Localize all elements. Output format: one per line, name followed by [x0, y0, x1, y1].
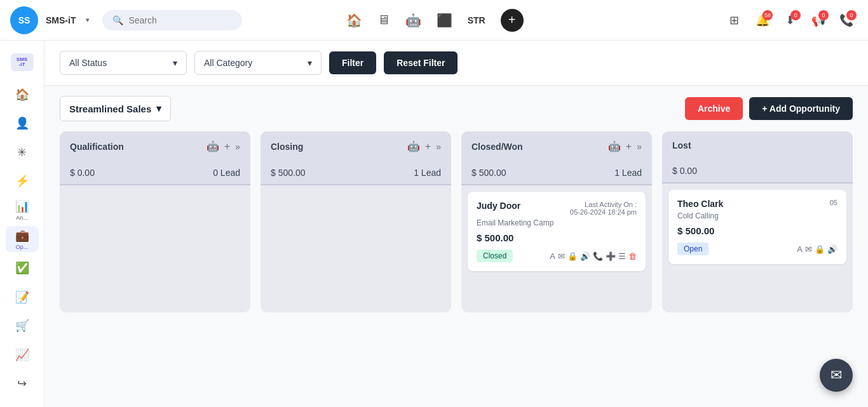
- reset-filter-button[interactable]: Reset Filter: [384, 51, 458, 74]
- search-box[interactable]: 🔍: [102, 10, 242, 30]
- col-header-closed-won: Closed/Won 🤖 + »: [461, 131, 652, 161]
- col-robot-icon-closing[interactable]: 🤖: [407, 140, 420, 152]
- col-expand-icon-qualification[interactable]: »: [235, 142, 240, 152]
- card-last-activity-label-theo: 05: [830, 199, 837, 206]
- contacts-sidebar-icon: 👤: [15, 116, 29, 130]
- col-header-lost: Lost: [662, 131, 853, 159]
- archive-button[interactable]: Archive: [685, 97, 743, 120]
- sidebar-item-logout[interactable]: ↪: [6, 370, 39, 397]
- col-add-icon-qualification[interactable]: +: [224, 141, 230, 152]
- card-action-lock-theo[interactable]: 🔒: [815, 244, 825, 254]
- search-input[interactable]: [128, 15, 224, 25]
- megaphone-icon-btn[interactable]: 📢 0: [807, 9, 830, 32]
- sidebar-item-reports[interactable]: 📈: [6, 342, 39, 368]
- card-action-a-theo[interactable]: A: [797, 244, 803, 254]
- col-title-closing: Closing: [271, 142, 402, 152]
- card-actions-theo: A ✉ 🔒 🔊: [797, 244, 837, 254]
- col-amount-qualification: $ 0.00: [70, 168, 95, 178]
- col-title-qualification: Qualification: [70, 142, 201, 152]
- add-opportunity-button[interactable]: + Add Opportunity: [749, 97, 853, 120]
- card-actions-judy: A ✉ 🔒 🔊 📞 ➕ ☰ 🗑: [550, 251, 637, 261]
- main-content: All Status ▾ All Category ▾ Filter Reset…: [44, 41, 868, 407]
- col-summary-lost: $ 0.00: [662, 159, 853, 183]
- phone-badge: 0: [846, 10, 857, 20]
- category-filter[interactable]: All Category ▾: [194, 51, 322, 75]
- reports-sidebar-icon: 📈: [15, 348, 29, 362]
- card-action-list-judy[interactable]: ☰: [618, 251, 626, 261]
- col-expand-icon-closing[interactable]: »: [436, 142, 441, 152]
- card-action-audio-judy[interactable]: 🔊: [580, 251, 590, 261]
- col-expand-icon-closed-won[interactable]: »: [637, 142, 642, 152]
- megaphone-badge: 0: [818, 10, 829, 20]
- col-robot-icon-closed-won[interactable]: 🤖: [608, 140, 621, 152]
- download-icon-btn[interactable]: ⬇ 0: [779, 9, 802, 32]
- sidebar-item-cart[interactable]: 🛒: [6, 312, 39, 339]
- card-action-audio-theo[interactable]: 🔊: [827, 244, 837, 254]
- category-filter-label: All Category: [204, 58, 252, 68]
- sidebar-item-opportunities[interactable]: 💼 Op...: [6, 226, 39, 253]
- sidebar-item-tasks[interactable]: ✅: [6, 255, 39, 281]
- chat-button[interactable]: ✉: [820, 359, 853, 392]
- card-action-email-judy[interactable]: ✉: [558, 251, 565, 261]
- home-nav-icon[interactable]: 🏠: [346, 13, 362, 28]
- bell-icon-btn[interactable]: 🔔 58: [751, 9, 774, 32]
- home-sidebar-icon: 🏠: [15, 88, 29, 102]
- col-amount-closing: $ 500.00: [271, 168, 306, 178]
- sidebar-item-contacts[interactable]: 👤: [6, 110, 39, 137]
- col-leads-closing: 1 Lead: [414, 168, 441, 178]
- col-header-qualification: Qualification 🤖 + »: [60, 131, 250, 161]
- card-action-phone-judy[interactable]: 📞: [593, 251, 603, 261]
- grid-icon-btn[interactable]: ⊞: [723, 9, 746, 32]
- card-meta-judy: Last Activity On : 05-26-2024 18:24 pm: [570, 201, 637, 216]
- card-subtitle-judy: Email Marketing Camp: [477, 218, 637, 227]
- card-name-judy: Judy Door: [477, 201, 520, 211]
- status-filter[interactable]: All Status ▾: [60, 51, 187, 75]
- col-robot-icon-qualification[interactable]: 🤖: [207, 140, 219, 152]
- robot-nav-icon[interactable]: 🤖: [405, 13, 421, 28]
- grid-icon: ⊞: [729, 13, 739, 27]
- col-header-closing: Closing 🤖 + »: [261, 131, 451, 161]
- card-last-activity-date-judy: 05-26-2024 18:24 pm: [570, 208, 637, 216]
- pipeline-section: Streamlined Sales ▾ Archive + Add Opport…: [44, 86, 868, 333]
- pipeline-title-select[interactable]: Streamlined Sales ▾: [60, 96, 171, 121]
- card-action-email-theo[interactable]: ✉: [805, 244, 812, 254]
- col-amount-closed-won: $ 500.00: [471, 168, 506, 178]
- monitor-nav-icon[interactable]: 🖥: [377, 13, 390, 27]
- card-action-delete-judy[interactable]: 🗑: [628, 251, 637, 261]
- opportunities-sidebar-label: Op...: [16, 244, 29, 250]
- col-add-icon-closed-won[interactable]: +: [626, 141, 632, 152]
- card-subtitle-theo: Cold Calling: [677, 211, 837, 220]
- status-filter-chevron: ▾: [173, 58, 177, 68]
- nav-center-icons: 🏠 🖥 🤖 ⬛ STR +: [346, 9, 524, 32]
- kanban-board: Qualification 🤖 + » $ 0.00 0 Lead Closin…: [60, 131, 853, 323]
- cart-sidebar-icon: 🛒: [15, 319, 29, 333]
- sidebar-item-notes[interactable]: 📝: [6, 284, 39, 310]
- col-body-lost: Theo Clark 05 Cold Calling $ 500.00 Open…: [662, 183, 853, 310]
- status-filter-label: All Status: [69, 58, 107, 68]
- funnel-sidebar-icon: ⚡: [15, 174, 29, 188]
- brand-dropdown-icon[interactable]: ▾: [86, 16, 90, 24]
- analytics-sidebar-label: An...: [16, 215, 28, 221]
- layers-nav-icon[interactable]: ⬛: [437, 13, 452, 28]
- card-judy-door[interactable]: Judy Door Last Activity On : 05-26-2024 …: [468, 192, 646, 271]
- card-action-lock-judy[interactable]: 🔒: [567, 251, 578, 261]
- col-leads-qualification: 0 Lead: [213, 168, 240, 178]
- col-add-icon-closing[interactable]: +: [425, 141, 431, 152]
- sidebar-item-analytics[interactable]: 📊 An...: [6, 197, 39, 224]
- col-body-closing: [261, 185, 451, 312]
- add-nav-button[interactable]: +: [501, 9, 524, 32]
- str-label[interactable]: STR: [468, 15, 485, 25]
- sidebar-item-network[interactable]: ✳: [6, 139, 39, 166]
- col-amount-lost: $ 0.00: [672, 166, 697, 176]
- card-action-plus-judy[interactable]: ➕: [606, 251, 616, 261]
- analytics-sidebar-icon: 📊: [15, 199, 29, 213]
- card-theo-clark[interactable]: Theo Clark 05 Cold Calling $ 500.00 Open…: [668, 190, 846, 264]
- sidebar-item-home[interactable]: 🏠: [6, 81, 39, 108]
- pipeline-header: Streamlined Sales ▾ Archive + Add Opport…: [60, 96, 853, 121]
- filter-button[interactable]: Filter: [329, 51, 376, 74]
- col-leads-closed-won: 1 Lead: [614, 168, 642, 178]
- phone-icon-btn[interactable]: 📞 0: [835, 9, 858, 32]
- brand-logo: SS: [10, 6, 38, 34]
- sidebar-item-funnel[interactable]: ⚡: [6, 168, 39, 195]
- card-action-a-judy[interactable]: A: [550, 251, 555, 261]
